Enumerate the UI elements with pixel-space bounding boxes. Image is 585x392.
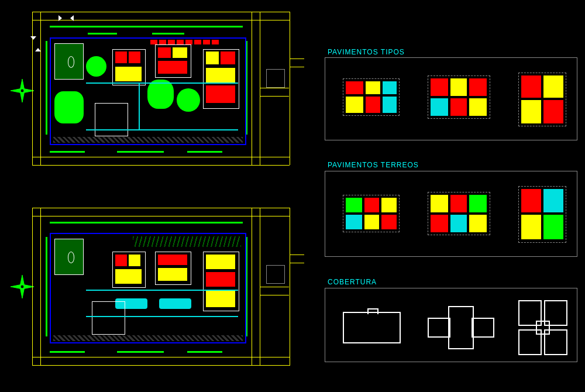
dimension-bar	[46, 41, 47, 135]
section-label-terreos: PAVIMENTOS TERREOS	[328, 161, 419, 169]
svg-marker-4	[70, 15, 74, 21]
floorplan-terreo-a	[343, 195, 400, 232]
roof-plan-b	[428, 306, 492, 347]
dimension-bar	[50, 351, 85, 353]
dimension-bar	[187, 151, 222, 153]
svg-marker-5	[30, 36, 36, 40]
dimension-bar	[117, 351, 164, 353]
roof-plan-c	[518, 300, 565, 353]
dimension-bar	[187, 351, 222, 353]
site-lot-bottom	[50, 233, 246, 343]
floorplan-tipo-c	[518, 73, 566, 126]
cad-drawing-canvas: PAVIMENTOS TIPOS PAVIMENTOS TERREOS	[0, 0, 585, 392]
dimension-bar	[46, 237, 47, 336]
site-lot-top	[50, 37, 246, 145]
floorplan-tipo-a	[343, 78, 400, 116]
floorplan-tipo-b	[428, 75, 490, 119]
floorplan-terreo-b	[428, 192, 490, 235]
compass-rose-icon	[11, 275, 34, 298]
section-label-tipos: PAVIMENTOS TIPOS	[328, 48, 405, 56]
dimension-bar	[50, 151, 85, 153]
dimension-bar	[50, 222, 243, 223]
compass-rose-icon	[11, 79, 34, 102]
dimension-bar	[88, 33, 117, 35]
svg-point-2	[20, 89, 24, 92]
basketball-court-icon	[54, 239, 84, 275]
dimension-bar	[50, 26, 243, 27]
section-box-tipos	[325, 57, 577, 140]
basketball-court-icon	[54, 43, 84, 80]
section-box-cobertura	[325, 288, 577, 362]
svg-point-9	[20, 285, 24, 288]
svg-marker-3	[58, 15, 62, 21]
dimension-bar	[152, 33, 184, 35]
dimension-bar	[117, 151, 164, 153]
section-box-terreos	[325, 171, 577, 257]
section-label-cobertura: COBERTURA	[328, 278, 377, 286]
roof-plan-a	[343, 312, 401, 343]
svg-marker-6	[35, 48, 41, 51]
floorplan-terreo-c	[518, 186, 566, 243]
